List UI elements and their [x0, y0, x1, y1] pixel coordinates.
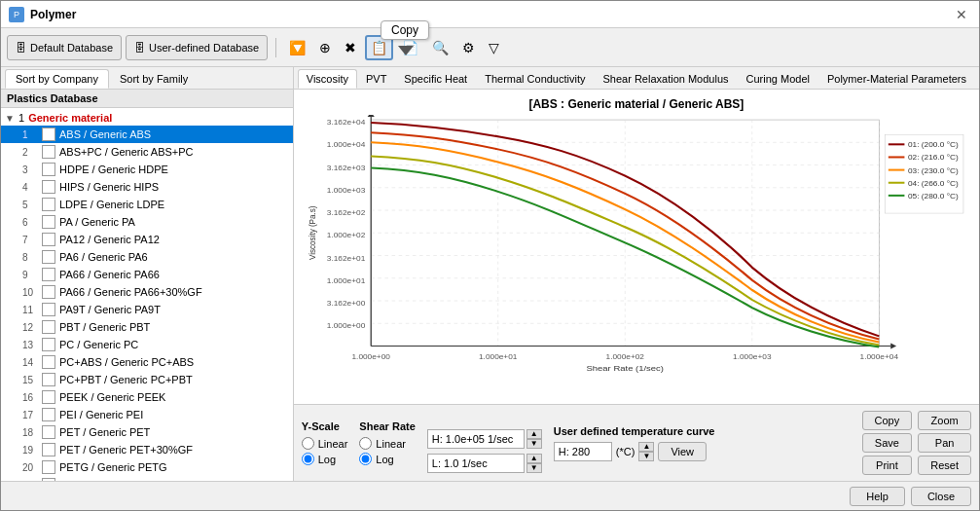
tab-shear-relaxation[interactable]: Shear Relaxation Modulus [595, 69, 738, 89]
tree-item-checkbox[interactable] [42, 338, 55, 351]
tree-item[interactable]: 16PEEK / Generic PEEK [1, 388, 293, 406]
tree-item[interactable]: 3HDPE / Generic HDPE [1, 161, 293, 178]
shearrate-linear-radio[interactable] [359, 437, 372, 450]
filter2-button[interactable]: ▽ [484, 35, 504, 60]
tree-item[interactable]: 15PC+PBT / Generic PC+PBT [1, 371, 293, 388]
tree-item-checkbox[interactable] [42, 250, 55, 264]
tree-area[interactable]: ▼ 1 Generic material 1✓ABS / Generic ABS… [1, 108, 293, 481]
footer-close-button[interactable]: Close [911, 487, 971, 506]
tab-specific-heat[interactable]: Specific Heat [395, 69, 476, 89]
h-spin-up[interactable]: ▲ [526, 429, 542, 439]
tree-item-checkbox[interactable] [42, 233, 55, 246]
default-database-button[interactable]: 🗄 Default Database [7, 35, 122, 60]
tree-item-checkbox[interactable] [42, 163, 55, 176]
tree-item-checkbox[interactable] [42, 390, 55, 404]
tree-item[interactable]: 18PET / Generic PET [1, 423, 293, 441]
tree-item-num: 18 [22, 427, 42, 438]
tree-item-checkbox[interactable] [42, 145, 55, 159]
tree-item[interactable]: 8PA6 / Generic PA6 [1, 248, 293, 266]
svg-text:1.000e+03: 1.000e+03 [733, 352, 771, 360]
tree-item[interactable]: 5LDPE / Generic LDPE [1, 196, 293, 213]
user-database-button[interactable]: 🗄 User-defined Database [126, 35, 268, 60]
copy-button[interactable]: Copy [862, 411, 913, 430]
tree-item[interactable]: 9PA66 / Generic PA66 [1, 266, 293, 283]
view-button[interactable]: View [658, 442, 707, 461]
tree-item-num: 2 [22, 147, 42, 158]
tree-item-checkbox[interactable] [42, 408, 55, 421]
tree-item[interactable]: 20PETG / Generic PETG [1, 458, 293, 476]
settings-button[interactable]: ⚙ [457, 35, 480, 60]
tree-item[interactable]: 6PA / Generic PA [1, 213, 293, 231]
tab-viscosity[interactable]: Viscosity [298, 69, 357, 89]
close-window-button[interactable]: ✕ [952, 7, 971, 22]
tree-item-num: 19 [22, 445, 42, 456]
tree-item-checkbox[interactable] [42, 198, 55, 211]
tree-item-checkbox[interactable] [42, 215, 55, 229]
tree-item[interactable]: 7PA12 / Generic PA12 [1, 231, 293, 248]
save-button[interactable]: Save [862, 433, 913, 453]
tree-item-checkbox[interactable] [42, 268, 55, 281]
tree-item-label: PETG / Generic PETG [59, 461, 167, 473]
l-spin-up[interactable]: ▲ [526, 454, 542, 463]
tree-item-label: PA6 / Generic PA6 [59, 251, 148, 263]
l-value-input[interactable] [427, 454, 525, 473]
delete-button[interactable]: ✖ [340, 35, 361, 60]
tree-item[interactable]: 10PA66 / Generic PA66+30%GF [1, 283, 293, 301]
tree-item-checkbox[interactable] [42, 320, 55, 334]
toolbar: Copy 🗄 Default Database 🗄 User-defined D… [1, 28, 979, 67]
help-button[interactable]: Help [850, 487, 905, 506]
funnel-button[interactable]: ⊕ [314, 35, 336, 60]
search-button[interactable]: 🔍 [427, 35, 454, 60]
tab-thermal-conductivity[interactable]: Thermal Conductivity [476, 69, 594, 89]
tree-item[interactable]: 13PC / Generic PC [1, 336, 293, 353]
temp-input[interactable] [554, 442, 612, 461]
tree-item-checkbox[interactable] [42, 425, 55, 439]
shearrate-log-radio[interactable] [359, 453, 372, 465]
zoom-button[interactable]: Zoom [918, 411, 971, 430]
tree-item[interactable]: 12PBT / Generic PBT [1, 318, 293, 336]
tree-item[interactable]: 14PC+ABS / Generic PC+ABS [1, 353, 293, 371]
temp-spin-down[interactable]: ▼ [638, 452, 654, 461]
tree-item-num: 16 [22, 392, 42, 403]
l-spin-down[interactable]: ▼ [526, 463, 542, 473]
tree-item[interactable]: 19PET / Generic PET+30%GF [1, 441, 293, 458]
tree-item-checkbox[interactable] [42, 443, 55, 456]
tree-item-checkbox[interactable] [42, 285, 55, 299]
title-bar: P Polymer ✕ [1, 1, 979, 28]
tree-item[interactable]: 11PA9T / Generic PA9T [1, 301, 293, 318]
tree-item-checkbox[interactable] [42, 303, 55, 316]
tree-expand-icon[interactable]: ▼ [5, 113, 18, 124]
sort-by-company-tab[interactable]: Sort by Company [5, 69, 109, 89]
sort-by-family-tab[interactable]: Sort by Family [109, 69, 199, 89]
tree-item-label: PET / Generic PET [59, 426, 150, 438]
tree-item[interactable]: 2ABS+PC / Generic ABS+PC [1, 143, 293, 161]
tree-item-checkbox[interactable] [42, 460, 55, 474]
tree-item-checkbox[interactable] [42, 373, 55, 386]
shearrate-linear-row: Linear [359, 437, 415, 450]
tab-curing-model[interactable]: Curing Model [738, 69, 818, 89]
h-value-input[interactable] [427, 429, 525, 449]
window-title: Polymer [30, 8, 76, 21]
tab-polymer-material[interactable]: Polymer-Material Parameters [818, 69, 975, 89]
pan-button[interactable]: Pan [918, 433, 971, 453]
tree-item-checkbox[interactable] [42, 355, 55, 369]
tree-item-checkbox[interactable] [42, 180, 55, 194]
yscale-linear-radio[interactable] [302, 437, 314, 450]
yscale-linear-row: Linear [302, 437, 348, 450]
tree-item[interactable]: 1✓ABS / Generic ABS [1, 126, 293, 143]
filter-button[interactable]: 🔽 [284, 35, 310, 60]
tree-item[interactable]: 17PEI / Generic PEI [1, 406, 293, 423]
tree-item[interactable]: 4HIPS / Generic HIPS [1, 178, 293, 196]
reset-button[interactable]: Reset [918, 456, 971, 475]
print-button[interactable]: Print [862, 456, 913, 475]
temp-spin-up[interactable]: ▲ [638, 442, 654, 452]
main-content: Sort by Company Sort by Family Plastics … [1, 67, 979, 481]
svg-text:Viscosity (Pa.s): Viscosity (Pa.s) [307, 206, 317, 260]
shearrate-log-row: Log [359, 453, 415, 465]
yscale-log-radio[interactable] [302, 453, 314, 465]
tree-group-header[interactable]: ▼ 1 Generic material [1, 110, 293, 126]
svg-text:02: (216.0 °C): 02: (216.0 °C) [908, 154, 959, 162]
h-spin-down[interactable]: ▼ [526, 439, 542, 449]
tree-item-checkbox[interactable]: ✓ [42, 128, 55, 141]
tab-pvt[interactable]: PVT [357, 69, 395, 89]
